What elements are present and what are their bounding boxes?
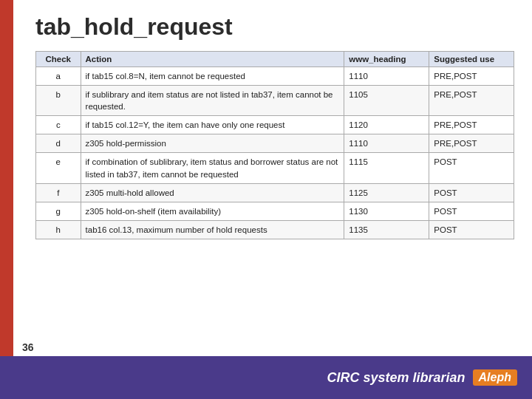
page-number: 36: [22, 341, 34, 353]
cell-check: d: [36, 134, 81, 153]
cell-suggest: POST: [429, 220, 514, 239]
footer-text: CIRC system librarian: [327, 370, 465, 386]
table-row: aif tab15 col.8=N, item cannot be reques…: [36, 67, 514, 86]
cell-www: 1135: [344, 220, 429, 239]
aleph-logo: Aleph: [473, 369, 517, 386]
cell-suggest: PRE,POST: [429, 116, 514, 134]
col-header-www: www_heading: [344, 52, 429, 67]
cell-www: 1120: [344, 116, 429, 134]
col-header-suggest: Suggested use: [429, 52, 514, 67]
cell-www: 1110: [344, 67, 429, 86]
table-row: gz305 hold-on-shelf (item availability)1…: [36, 202, 514, 220]
cell-suggest: PRE,POST: [429, 134, 514, 153]
main-content: tab_hold_request Check Action www_headin…: [13, 0, 532, 356]
cell-action: if sublibrary and item status are not li…: [81, 86, 344, 116]
cell-action: tab16 col.13, maximum number of hold req…: [81, 220, 344, 239]
cell-check: c: [36, 116, 81, 134]
cell-action: if tab15 col.8=N, item cannot be request…: [81, 67, 344, 86]
data-table: Check Action www_heading Suggested use a…: [35, 51, 514, 239]
table-row: cif tab15 col.12=Y, the item can have on…: [36, 116, 514, 134]
left-bar: [0, 0, 13, 399]
cell-check: f: [36, 183, 81, 202]
cell-action: z305 multi-hold allowed: [81, 183, 344, 202]
cell-www: 1125: [344, 183, 429, 202]
cell-check: e: [36, 153, 81, 183]
table-row: dz305 hold-permission1110PRE,POST: [36, 134, 514, 153]
table-row: bif sublibrary and item status are not l…: [36, 86, 514, 116]
bottom-bar: CIRC system librarian Aleph: [0, 356, 532, 399]
cell-suggest: PRE,POST: [429, 67, 514, 86]
cell-action: z305 hold-permission: [81, 134, 344, 153]
table-row: fz305 multi-hold allowed1125POST: [36, 183, 514, 202]
cell-www: 1130: [344, 202, 429, 220]
cell-www: 1110: [344, 134, 429, 153]
col-header-check: Check: [36, 52, 81, 67]
cell-check: h: [36, 220, 81, 239]
cell-action: if tab15 col.12=Y, the item can have onl…: [81, 116, 344, 134]
table-row: eif combination of sublibrary, item stat…: [36, 153, 514, 183]
cell-check: b: [36, 86, 81, 116]
cell-www: 1105: [344, 86, 429, 116]
page-title: tab_hold_request: [35, 13, 514, 41]
col-header-action: Action: [81, 52, 344, 67]
table-row: htab16 col.13, maximum number of hold re…: [36, 220, 514, 239]
cell-suggest: PRE,POST: [429, 86, 514, 116]
cell-action: if combination of sublibrary, item statu…: [81, 153, 344, 183]
cell-check: a: [36, 67, 81, 86]
cell-action: z305 hold-on-shelf (item availability): [81, 202, 344, 220]
cell-www: 1115: [344, 153, 429, 183]
cell-suggest: POST: [429, 153, 514, 183]
cell-check: g: [36, 202, 81, 220]
cell-suggest: POST: [429, 183, 514, 202]
cell-suggest: POST: [429, 202, 514, 220]
